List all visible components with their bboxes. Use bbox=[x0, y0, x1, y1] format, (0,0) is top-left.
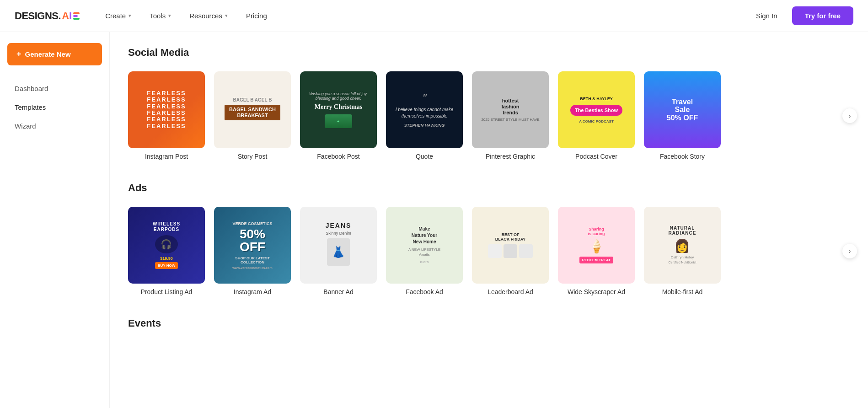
template-thumb-quote: " I believe things cannot make themselve… bbox=[386, 71, 463, 148]
template-thumb-wide-skyscraper: Sharingis caring 🍦 REDEEM TREAT bbox=[558, 207, 635, 284]
generate-new-button[interactable]: + Generate New bbox=[7, 43, 102, 65]
template-card-instagram-post[interactable]: FEARLESSFEARLESSFEARLESSFEARLESSFEARLESS… bbox=[128, 71, 205, 160]
sidebar-item-templates[interactable]: Templates bbox=[7, 99, 102, 116]
sidebar-item-wizard[interactable]: Wizard bbox=[7, 118, 102, 134]
header: DESIGNS. AI Create ▾ Tools ▾ Resources ▾… bbox=[0, 0, 868, 32]
events-title: Events bbox=[128, 317, 850, 329]
main-nav: Create ▾ Tools ▾ Resources ▾ Pricing bbox=[98, 8, 749, 23]
sidebar-nav: Dashboard Templates Wizard bbox=[7, 80, 102, 134]
template-thumb-product-listing: WIRELESSEARPODS 🎧 $19.90 BUY NOW bbox=[128, 207, 205, 284]
scroll-right-social[interactable]: › bbox=[842, 108, 857, 123]
template-card-podcast[interactable]: BETH & HAYLEY The Besties Show A COMIC P… bbox=[558, 71, 635, 160]
template-card-banner-ad[interactable]: JEANS Skinny Denim 👗 Banner Ad bbox=[300, 207, 377, 295]
social-media-section: Social Media FEARLESSFEARLESSFEARLESSFEA… bbox=[128, 47, 850, 160]
template-thumb-story-post: BAGEL B AGEL B BAGEL SANDWICHBREAKFAST bbox=[214, 71, 291, 148]
ads-section: Ads WIRELESSEARPODS 🎧 $19.90 BUY bbox=[128, 182, 850, 295]
template-thumb-pinterest: hottestfashiontrends 2025 STREET STYLE M… bbox=[472, 71, 549, 148]
sign-in-button[interactable]: Sign In bbox=[749, 8, 785, 23]
template-card-mobile-first-ad[interactable]: NATURALRADIANCE 👩 Cathryn HaleyCertified… bbox=[644, 207, 721, 295]
nav-create[interactable]: Create ▾ bbox=[98, 8, 139, 23]
template-card-product-listing-ad[interactable]: WIRELESSEARPODS 🎧 $19.90 BUY NOW Product… bbox=[128, 207, 205, 295]
template-card-wide-skyscraper-ad[interactable]: Sharingis caring 🍦 REDEEM TREAT Wide Sky… bbox=[558, 207, 635, 295]
nav-pricing[interactable]: Pricing bbox=[239, 8, 274, 23]
chevron-down-icon: ▾ bbox=[225, 13, 228, 19]
logo-bars-icon bbox=[73, 12, 80, 20]
template-thumb-instagram-post: FEARLESSFEARLESSFEARLESSFEARLESSFEARLESS… bbox=[128, 71, 205, 148]
scroll-right-ads[interactable]: › bbox=[842, 244, 857, 258]
sidebar: + Generate New Dashboard Templates Wizar… bbox=[0, 32, 110, 408]
template-label-quote: Quote bbox=[386, 153, 463, 160]
template-label-fb-story: Facebook Story bbox=[644, 153, 721, 160]
nav-resources[interactable]: Resources ▾ bbox=[182, 8, 235, 23]
template-label-facebook-post: Facebook Post bbox=[300, 153, 377, 160]
events-section: Events bbox=[128, 317, 850, 329]
logo-text: DESIGNS. bbox=[15, 10, 61, 22]
layout: + Generate New Dashboard Templates Wizar… bbox=[0, 32, 868, 408]
logo[interactable]: DESIGNS. AI bbox=[15, 10, 80, 22]
template-label-instagram-ad: Instagram Ad bbox=[214, 288, 291, 295]
template-card-story-post[interactable]: BAGEL B AGEL B BAGEL SANDWICHBREAKFAST S… bbox=[214, 71, 291, 160]
logo-ai: AI bbox=[62, 10, 72, 22]
social-media-title: Social Media bbox=[128, 47, 850, 59]
template-label-pinterest: Pinterest Graphic bbox=[472, 153, 549, 160]
chevron-down-icon: ▾ bbox=[168, 13, 171, 19]
template-thumb-facebook-ad: MakeNature YourNew Home A NEW LIFESTYLEA… bbox=[386, 207, 463, 284]
template-card-facebook-ad[interactable]: MakeNature YourNew Home A NEW LIFESTYLEA… bbox=[386, 207, 463, 295]
ads-templates-row: WIRELESSEARPODS 🎧 $19.90 BUY NOW Product… bbox=[128, 207, 850, 295]
sidebar-item-dashboard[interactable]: Dashboard bbox=[7, 80, 102, 97]
template-thumb-leaderboard: BEST OFBLACK FRIDAY bbox=[472, 207, 549, 284]
template-thumb-podcast: BETH & HAYLEY The Besties Show A COMIC P… bbox=[558, 71, 635, 148]
template-thumb-instagram-ad: VERDE COSMETICS 50%OFF SHOP OUR LATESTCO… bbox=[214, 207, 291, 284]
chevron-down-icon: ▾ bbox=[129, 13, 131, 19]
social-media-templates-row: FEARLESSFEARLESSFEARLESSFEARLESSFEARLESS… bbox=[128, 71, 850, 160]
template-label-facebook-ad: Facebook Ad bbox=[386, 288, 463, 295]
template-label-mobile-first-ad: Mobile-first Ad bbox=[644, 288, 721, 295]
template-label-podcast: Podcast Cover bbox=[558, 153, 635, 160]
template-label-banner-ad: Banner Ad bbox=[300, 288, 377, 295]
template-label-wide-skyscraper-ad: Wide Skyscraper Ad bbox=[558, 288, 635, 295]
template-label-product-listing-ad: Product Listing Ad bbox=[128, 288, 205, 295]
template-label-story-post: Story Post bbox=[214, 153, 291, 160]
try-free-button[interactable]: Try for free bbox=[792, 6, 853, 25]
social-media-row-wrapper: FEARLESSFEARLESSFEARLESSFEARLESSFEARLESS… bbox=[128, 71, 850, 160]
ads-row-wrapper: WIRELESSEARPODS 🎧 $19.90 BUY NOW Product… bbox=[128, 207, 850, 295]
template-card-facebook-post[interactable]: Wishing you a season full of joy,blessin… bbox=[300, 71, 377, 160]
template-label-leaderboard-ad: Leaderboard Ad bbox=[472, 288, 549, 295]
plus-icon: + bbox=[16, 49, 21, 59]
template-card-leaderboard-ad[interactable]: BEST OFBLACK FRIDAY Leaderboard Ad bbox=[472, 207, 549, 295]
template-card-fb-story[interactable]: TravelSale50% OFF Facebook Story bbox=[644, 71, 721, 160]
main-content: Social Media FEARLESSFEARLESSFEARLESSFEA… bbox=[110, 32, 868, 408]
template-card-quote[interactable]: " I believe things cannot make themselve… bbox=[386, 71, 463, 160]
template-thumb-mobile-first: NATURALRADIANCE 👩 Cathryn HaleyCertified… bbox=[644, 207, 721, 284]
template-card-pinterest[interactable]: hottestfashiontrends 2025 STREET STYLE M… bbox=[472, 71, 549, 160]
template-card-instagram-ad[interactable]: VERDE COSMETICS 50%OFF SHOP OUR LATESTCO… bbox=[214, 207, 291, 295]
template-thumb-fb-story: TravelSale50% OFF bbox=[644, 71, 721, 148]
header-actions: Sign In Try for free bbox=[749, 6, 853, 25]
template-thumb-banner-ad: JEANS Skinny Denim 👗 bbox=[300, 207, 377, 284]
template-thumb-facebook-post: Wishing you a season full of joy,blessin… bbox=[300, 71, 377, 148]
template-label-instagram-post: Instagram Post bbox=[128, 153, 205, 160]
nav-tools[interactable]: Tools ▾ bbox=[142, 8, 178, 23]
ads-title: Ads bbox=[128, 182, 850, 194]
